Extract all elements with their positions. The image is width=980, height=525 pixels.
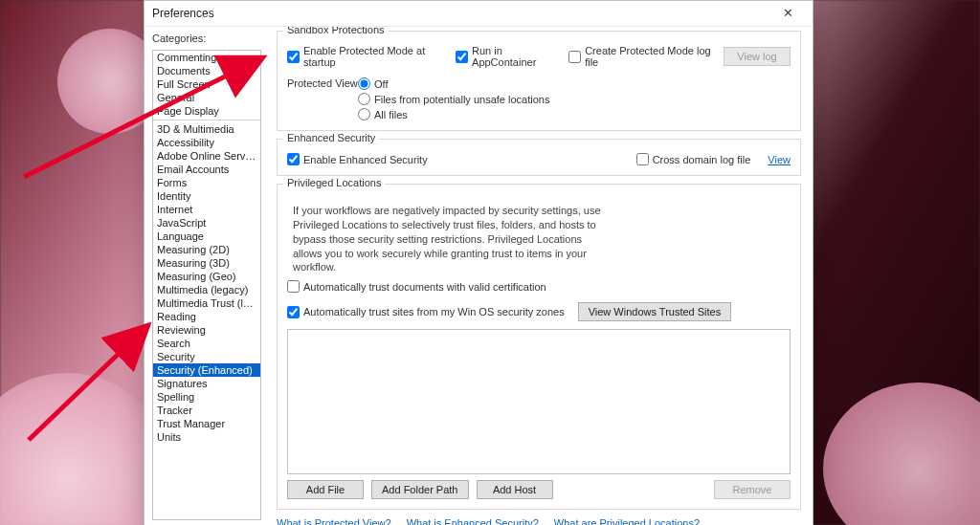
sidebar-item-search[interactable]: Search xyxy=(153,337,260,350)
sidebar-item-tracker[interactable]: Tracker xyxy=(153,404,260,417)
sidebar-item-signatures[interactable]: Signatures xyxy=(153,377,260,390)
group-enhanced: Enhanced Security Enable Enhanced Securi… xyxy=(277,139,801,176)
radio-all[interactable]: All files xyxy=(358,108,791,120)
link-privileged-locations[interactable]: What are Privileged Locations? xyxy=(554,517,700,525)
view-link[interactable]: View xyxy=(768,154,791,165)
preferences-dialog: Preferences ✕ Categories: CommentingDocu… xyxy=(144,0,813,525)
categories-label: Categories: xyxy=(152,33,261,44)
sidebar-item-identity[interactable]: Identity xyxy=(153,189,260,203)
categories-list[interactable]: CommentingDocumentsFull ScreenGeneralPag… xyxy=(152,50,261,520)
radio-unsafe[interactable]: Files from potentially unsafe locations xyxy=(358,93,791,105)
sidebar-item-security-enhanced-[interactable]: Security (Enhanced) xyxy=(153,363,260,377)
chk-create-log-label: Create Protected Mode log file xyxy=(585,45,716,68)
sidebar-item-security[interactable]: Security xyxy=(153,350,260,363)
chk-run-appcontainer-label: Run in AppContainer xyxy=(472,45,561,68)
radio-unsafe-label: Files from potentially unsafe locations xyxy=(374,94,549,105)
group-privileged: Privileged Locations If your workflows a… xyxy=(277,184,801,510)
sidebar-item-accessibility[interactable]: Accessibility xyxy=(153,136,260,149)
add-folder-button[interactable]: Add Folder Path xyxy=(371,480,469,499)
chk-cross-domain[interactable]: Cross domain log file xyxy=(636,153,751,165)
help-links: What is Protected View? What is Enhanced… xyxy=(277,517,801,525)
chk-enable-protected-mode-label: Enable Protected Mode at startup xyxy=(303,45,448,68)
sidebar-item-trust-manager[interactable]: Trust Manager xyxy=(153,417,260,430)
sidebar-item-internet[interactable]: Internet xyxy=(153,203,260,216)
add-host-button[interactable]: Add Host xyxy=(477,480,553,499)
sidebar-item-units[interactable]: Units xyxy=(153,430,260,444)
sidebar-item-measuring-3d-[interactable]: Measuring (3D) xyxy=(153,256,260,270)
sidebar-item-measuring-geo-[interactable]: Measuring (Geo) xyxy=(153,270,260,283)
radio-off-label: Off xyxy=(374,78,388,90)
sidebar-item-adobe-online-services[interactable]: Adobe Online Services xyxy=(153,149,260,163)
window-title: Preferences xyxy=(152,7,214,20)
view-trusted-sites-button[interactable]: View Windows Trusted Sites xyxy=(578,302,732,321)
sidebar-item-multimedia-legacy-[interactable]: Multimedia (legacy) xyxy=(153,283,260,296)
sidebar-item-spelling[interactable]: Spelling xyxy=(153,390,260,404)
category-separator xyxy=(153,120,260,120)
radio-all-label: All files xyxy=(374,109,408,120)
sidebar-item-multimedia-trust-legacy-[interactable]: Multimedia Trust (legacy) xyxy=(153,296,260,310)
chk-run-appcontainer[interactable]: Run in AppContainer xyxy=(456,45,561,68)
group-title-enhanced: Enhanced Security xyxy=(283,132,379,143)
sidebar-item-reviewing[interactable]: Reviewing xyxy=(153,323,260,337)
sidebar-item-language[interactable]: Language xyxy=(153,230,260,243)
chk-enable-enhanced[interactable]: Enable Enhanced Security xyxy=(287,153,428,165)
chk-auto-trust-docs[interactable]: Automatically trust documents with valid… xyxy=(287,280,546,293)
sidebar-item-email-accounts[interactable]: Email Accounts xyxy=(153,163,260,176)
sidebar-item-full-screen[interactable]: Full Screen xyxy=(153,77,260,91)
add-file-button[interactable]: Add File xyxy=(287,480,364,499)
chk-enable-protected-mode[interactable]: Enable Protected Mode at startup xyxy=(287,45,448,68)
sidebar-item-general[interactable]: General xyxy=(153,91,260,104)
group-title-sandbox: Sandbox Protections xyxy=(283,27,389,35)
chk-auto-trust-docs-label: Automatically trust documents with valid… xyxy=(303,281,546,293)
view-log-button[interactable]: View log xyxy=(724,47,791,66)
sidebar-item-page-display[interactable]: Page Display xyxy=(153,104,260,118)
link-enhanced-security[interactable]: What is Enhanced Security? xyxy=(407,517,539,525)
sidebar-item-forms[interactable]: Forms xyxy=(153,176,260,189)
sidebar-item-javascript[interactable]: JavaScript xyxy=(153,216,260,230)
group-sandbox: Sandbox Protections Enable Protected Mod… xyxy=(277,31,801,131)
sidebar-item-documents[interactable]: Documents xyxy=(153,64,260,77)
sidebar-item-measuring-2d-[interactable]: Measuring (2D) xyxy=(153,243,260,256)
sidebar-item-3d-multimedia[interactable]: 3D & Multimedia xyxy=(153,122,260,136)
group-title-privileged: Privileged Locations xyxy=(283,177,385,188)
protected-view-label: Protected View xyxy=(287,77,358,89)
remove-button[interactable]: Remove xyxy=(714,480,791,499)
chk-auto-trust-sites-label: Automatically trust sites from my Win OS… xyxy=(303,306,565,317)
chk-create-log[interactable]: Create Protected Mode log file xyxy=(568,45,716,68)
link-protected-view[interactable]: What is Protected View? xyxy=(277,517,391,525)
titlebar: Preferences ✕ xyxy=(145,1,813,27)
privileged-locations-list[interactable] xyxy=(287,329,791,474)
radio-off[interactable]: Off xyxy=(358,77,791,90)
sidebar-item-reading[interactable]: Reading xyxy=(153,310,260,323)
chk-auto-trust-sites[interactable]: Automatically trust sites from my Win OS… xyxy=(287,306,565,318)
chk-cross-domain-label: Cross domain log file xyxy=(653,154,751,165)
privileged-description: If your workflows are negatively impacte… xyxy=(293,204,609,274)
chk-enable-enhanced-label: Enable Enhanced Security xyxy=(303,154,428,165)
close-icon[interactable]: ✕ xyxy=(770,3,805,24)
sidebar-item-commenting[interactable]: Commenting xyxy=(153,51,260,64)
